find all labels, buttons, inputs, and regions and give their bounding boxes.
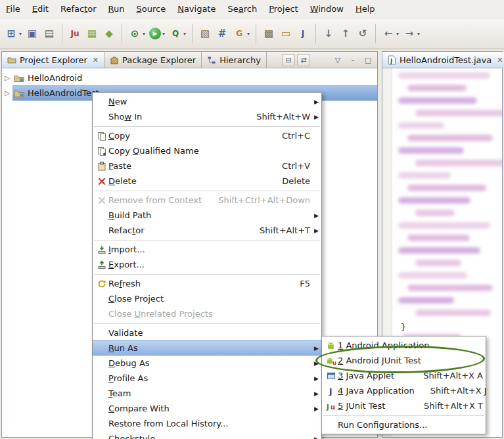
run-as-submenu: 1 Android Applicationu2 Android JUnit Te… [321,336,486,434]
submenu-arrow-icon: ▶ [310,390,319,397]
junit-button[interactable]: Ju [66,23,83,44]
coverage-button[interactable]: ▧ [196,23,214,44]
previous-annotation-button[interactable]: ↑ [337,23,354,44]
toolbar-separator [122,24,122,43]
delete-icon [95,177,108,186]
submenu-item-4-java-application[interactable]: J4 Java ApplicationShift+Alt+X J [322,383,486,398]
tab-label: Package Explorer [122,55,196,65]
menu-project[interactable]: Project [263,1,304,16]
menu-item-build-path[interactable]: Build Path▶ [93,208,321,223]
menu-search[interactable]: Search [221,1,263,16]
submenu-arrow-icon: ▶ [310,114,319,120]
submenu-item-5-junit-test[interactable]: Ju5 JUnit TestShift+Alt+X T [322,398,486,413]
menu-file[interactable]: File [0,1,26,16]
menu-help[interactable]: Help [350,1,381,16]
new-android-project-button[interactable]: ▦ [83,23,101,44]
android-sdk-manager-icon: ◆ [103,27,116,40]
menu-run[interactable]: Run [103,1,131,16]
view-menu-button[interactable]: ▽ [331,54,344,66]
tree-row-helloandroid[interactable]: ▷HelloAndroid [2,70,377,85]
save-button[interactable]: ▣ [24,23,41,44]
menu-item-label: Close Project [108,294,164,304]
menu-item-import[interactable]: Import... [93,242,321,257]
tree-row-label: HelloAndroidTest [28,88,99,98]
menu-navigate[interactable]: Navigate [172,1,221,16]
menu-item-refactor[interactable]: RefactorShift+Alt+T▶ [93,223,321,238]
expand-arrow-icon[interactable]: ▷ [2,89,12,97]
menu-item-remove-from-context[interactable]: Remove from ContextShift+Ctrl+Alt+Down [93,193,321,208]
menu-item-refresh[interactable]: RefreshF5 [93,276,321,291]
menu-item-run-as[interactable]: Run As▶ [93,340,321,356]
minimize-button[interactable]: – [346,54,359,66]
menu-item-close-project[interactable]: Close Project [93,291,321,306]
menu-item-paste[interactable]: PasteCtrl+V [93,158,321,173]
maximize-button[interactable]: □ [361,54,375,66]
svg-text:u: u [331,403,335,410]
menu-item-new[interactable]: New▶ [93,94,321,109]
project-explorer-icon [7,56,16,64]
remove-context-icon [95,196,108,205]
tree-row-body[interactable]: HelloAndroid [12,70,377,85]
submenu-item-run-configurations[interactable]: Run Configurations... [322,417,486,432]
menu-item-export[interactable]: Export... [93,257,321,272]
android-sdk-manager-button[interactable]: ◆ [101,23,118,44]
blurred-text-line [398,297,454,304]
open-type-button[interactable]: # [214,23,231,44]
menu-item-show-in[interactable]: Show InShift+Alt+W▶ [93,109,321,124]
menu-item-profile-as[interactable]: Profile As▶ [93,371,321,386]
menu-item-label: Close Unrelated Projects [108,309,213,319]
menu-separator [94,274,320,275]
submenu-item-2-android-junit-test[interactable]: u2 Android JUnit Test [322,353,486,368]
open-task-button[interactable]: ▭ [277,23,294,44]
back-button[interactable]: ←▾ [380,23,401,44]
next-annotation-button[interactable]: ↓ [320,23,337,44]
left-tabs: Project Explorer✕Package ExplorerHierarc… [2,52,267,68]
toolbar-separator [375,24,376,43]
new-package-button[interactable]: ▩ [260,23,277,44]
menu-source[interactable]: Source [130,1,172,16]
submenu-item-3-java-applet[interactable]: 3 Java AppletShift+Alt+X A [322,368,486,383]
menu-refactor[interactable]: Refactor [55,1,103,16]
menu-item-close-unrelated-projects[interactable]: Close Unrelated Projects [93,306,321,321]
java-file-new-button[interactable]: J [294,23,311,44]
menu-item-accelerator: Delete [266,176,310,186]
menu-item-team[interactable]: Team▶ [93,386,321,401]
tab-project-explorer[interactable]: Project Explorer✕ [2,52,104,68]
menu-item-compare-with[interactable]: Compare With▶ [93,401,321,416]
submenu-arrow-icon: ▶ [310,212,319,219]
menu-item-restore-from-local-history[interactable]: Restore from Local History... [93,416,321,431]
new-wizard-button[interactable]: ⊞▾ [3,23,24,44]
menu-window[interactable]: Window [304,1,350,16]
submenu-item-1-android-application[interactable]: 1 Android Application [322,338,486,353]
close-tab-icon[interactable]: ✕ [93,56,99,64]
submenu-item-accelerator: Shift+Alt+X J [415,386,487,396]
link-with-editor-button[interactable]: ⇄ [297,54,310,66]
close-tab-icon[interactable]: ✕ [497,56,503,64]
tab-package-explorer[interactable]: Package Explorer [104,52,202,68]
collapse-all-button[interactable]: ⊟ [282,54,295,66]
menu-separator [323,415,484,416]
svg-text:J: J [329,387,332,396]
forward-button[interactable]: →▾ [401,23,422,44]
debug-button[interactable]: ⊙▾ [126,23,147,44]
menu-item-accelerator: Ctrl+C [266,131,310,141]
menu-item-debug-as[interactable]: Debug As▶ [93,356,321,371]
last-edit-location-button[interactable]: ↺ [354,23,371,44]
menu-item-validate[interactable]: Validate [93,325,321,340]
expand-arrow-icon[interactable]: ▷ [2,74,12,81]
menu-item-checkstyle[interactable]: Checkstyle▶ [93,431,321,439]
web-browser-button[interactable]: G▾ [231,23,252,44]
blurred-text-line [407,85,467,91]
run-button[interactable]: ▶▾ [147,23,167,44]
print-button[interactable]: ▤ [41,23,58,44]
menu-item-label: Debug As [108,358,150,368]
tab-helloandroidtest-java[interactable]: JHelloAndroidTest.java✕ [382,52,504,68]
tab-hierarchy[interactable]: Hierarchy [202,52,267,68]
menu-item-delete[interactable]: DeleteDelete [93,173,321,189]
menu-item-label: Paste [108,161,131,171]
paste-icon [95,162,108,171]
menu-item-copy[interactable]: CopyCtrl+C [93,128,321,143]
external-tools-button[interactable]: Q▾ [167,23,188,44]
menu-edit[interactable]: Edit [26,1,55,16]
menu-item-copy-qualified-name[interactable]: Copy Qualified Name [93,143,321,158]
